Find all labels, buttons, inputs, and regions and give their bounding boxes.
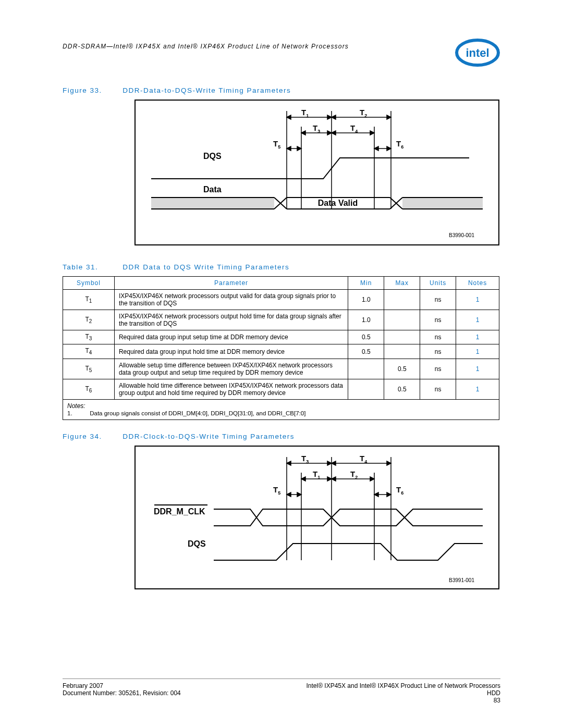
footer-docnum: Document Number: 305261, Revision: 004	[63, 689, 181, 697]
table31-num: Table 31.	[63, 263, 120, 271]
svg-marker-17	[332, 115, 336, 119]
figure34-diagram: T3 T4 T1 T2 T5 T6 DDR_M_CLK	[134, 446, 499, 589]
table-row: T2 IXP45X/IXP46X network processors outp…	[63, 310, 499, 330]
svg-marker-69	[370, 477, 374, 481]
svg-marker-74	[374, 492, 378, 497]
figure34-num: Figure 34.	[63, 433, 120, 440]
footer-hdd: HDD	[306, 689, 500, 697]
footer-pagenum: 83	[306, 697, 500, 704]
th-symbol: Symbol	[63, 277, 115, 290]
table31: Symbol Parameter Min Max Units Notes T1 …	[63, 276, 499, 420]
svg-text:T3: T3	[301, 454, 309, 464]
svg-text:B3991-001: B3991-001	[449, 577, 474, 583]
svg-marker-62	[332, 461, 336, 465]
svg-marker-29	[374, 146, 378, 151]
svg-text:DQS: DQS	[188, 539, 206, 548]
svg-text:T6: T6	[396, 485, 403, 496]
figure33-diagram: T1 T2 T3 T4 T5 T6	[134, 100, 499, 245]
th-notes: Notes	[456, 277, 499, 290]
svg-text:B3990-001: B3990-001	[449, 232, 474, 238]
svg-rect-34	[402, 198, 483, 209]
svg-marker-23	[332, 131, 336, 135]
svg-marker-30	[387, 146, 391, 151]
th-min: Min	[348, 277, 384, 290]
doc-header: DDR-SDRAM—Intel® IXP45X and Intel® IXP46…	[63, 38, 349, 50]
svg-text:DQS: DQS	[203, 152, 222, 161]
svg-marker-72	[297, 492, 301, 497]
footer-product: Intel® IXP45X and Intel® IXP46X Product …	[306, 682, 500, 689]
svg-marker-75	[387, 492, 391, 497]
svg-text:T3: T3	[313, 124, 320, 134]
notes-label: Notes:	[67, 402, 85, 410]
svg-text:DDR_M_CLK: DDR_M_CLK	[154, 507, 205, 516]
svg-text:T4: T4	[350, 124, 358, 134]
svg-marker-65	[301, 477, 305, 481]
figure34-title: DDR-Clock-to-DQS-Write Timing Parameters	[123, 433, 295, 440]
svg-text:T6: T6	[396, 139, 403, 150]
svg-rect-33	[151, 198, 274, 209]
table-row: T5 Allowable setup time difference betwe…	[63, 359, 499, 379]
notes-num: 1.	[67, 410, 88, 416]
figure33-num: Figure 33.	[63, 87, 120, 94]
th-parameter: Parameter	[114, 277, 348, 290]
svg-text:T1: T1	[301, 108, 309, 118]
svg-marker-68	[332, 477, 336, 481]
svg-text:T5: T5	[273, 139, 280, 150]
figure33-caption: Figure 33. DDR-Data-to-DQS-Write Timing …	[63, 87, 500, 94]
figure33-title: DDR-Data-to-DQS-Write Timing Parameters	[123, 87, 291, 94]
svg-text:T2: T2	[360, 108, 367, 118]
table31-title: DDR Data to DQS Write Timing Parameters	[123, 263, 289, 271]
svg-marker-26	[287, 146, 291, 151]
table-header-row: Symbol Parameter Min Max Units Notes	[63, 277, 499, 290]
svg-marker-71	[287, 492, 291, 497]
intel-logo: intel	[455, 38, 500, 68]
svg-text:T1: T1	[313, 470, 320, 480]
svg-text:Data: Data	[203, 185, 222, 194]
svg-marker-14	[287, 115, 291, 119]
svg-marker-20	[301, 131, 305, 135]
notes-text: Data group signals consist of DDRI_DM[4:…	[90, 410, 305, 416]
svg-text:Data Valid: Data Valid	[318, 199, 358, 207]
svg-marker-63	[387, 461, 391, 465]
table-row: T1 IXP45X/IXP46X network processors outp…	[63, 290, 499, 310]
table-row: T3 Required data group input setup time …	[63, 330, 499, 344]
footer-date: February 2007	[63, 682, 181, 689]
svg-text:T4: T4	[360, 454, 367, 464]
svg-text:T2: T2	[350, 470, 358, 480]
svg-text:intel: intel	[466, 46, 489, 59]
svg-marker-24	[370, 131, 374, 135]
svg-marker-27	[297, 146, 301, 151]
page-footer: February 2007 Document Number: 305261, R…	[63, 678, 500, 704]
th-units: Units	[420, 277, 456, 290]
svg-marker-59	[287, 461, 291, 465]
table-row: T4 Required data group input hold time a…	[63, 344, 499, 359]
th-max: Max	[384, 277, 420, 290]
svg-text:T5: T5	[273, 485, 280, 496]
table-notes-row: Notes: 1. Data group signals consist of …	[63, 399, 499, 419]
figure34-caption: Figure 34. DDR-Clock-to-DQS-Write Timing…	[63, 433, 500, 440]
table31-caption: Table 31. DDR Data to DQS Write Timing P…	[63, 263, 500, 271]
svg-marker-18	[387, 115, 391, 119]
table-row: T6 Allowable hold time difference betwee…	[63, 379, 499, 399]
